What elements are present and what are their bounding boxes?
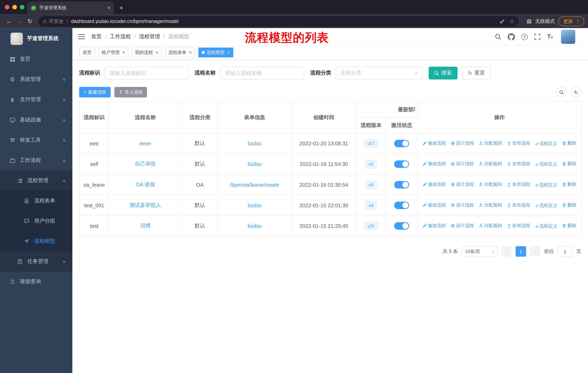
tag-my-process[interactable]: 我的流程 × — [132, 48, 162, 57]
minimize-window-button[interactable] — [12, 5, 17, 10]
search-button[interactable]: 搜索 — [429, 67, 458, 80]
sidebar-item-process-form[interactable]: 流程表单 — [0, 191, 72, 211]
breadcrumb-home[interactable]: 首页 — [91, 33, 102, 40]
publish-process-link[interactable]: 发布流程 — [507, 161, 530, 167]
tag-process-model[interactable]: 流程模型 × — [198, 48, 233, 57]
sidebar-item-payment[interactable]: ¥ 支付管理 ∨ — [0, 90, 72, 110]
reset-button[interactable]: ↻ 重置 — [462, 67, 491, 80]
fullscreen-icon[interactable] — [534, 33, 541, 40]
active-toggle[interactable] — [394, 181, 409, 189]
process-definition-link[interactable]: ∞ 流程定义 — [535, 182, 557, 188]
sidebar-item-process-management[interactable]: 流程管理 ∧ — [0, 171, 72, 191]
update-button[interactable]: 更新 ⋮ — [558, 16, 584, 26]
publish-process-link[interactable]: 发布流程 — [507, 202, 530, 208]
form-info-link[interactable]: biubiu — [248, 141, 262, 147]
process-name-link[interactable]: 滔博 — [140, 222, 151, 229]
menu-dots-icon[interactable]: ⋮ — [576, 18, 580, 24]
delete-link[interactable]: 删除 — [562, 181, 576, 188]
process-name-input[interactable] — [220, 67, 304, 80]
assign-rule-link[interactable]: 分配规则 — [479, 181, 502, 188]
hamburger-icon[interactable] — [78, 34, 85, 40]
assign-rule-link[interactable]: 分配规则 — [479, 140, 502, 146]
sidebar-logo[interactable]: 芋道管理系统 — [0, 28, 72, 49]
page-number-1[interactable]: 1 — [516, 246, 526, 257]
process-definition-link[interactable]: ∞ 流程定义 — [535, 141, 557, 147]
edit-process-link[interactable]: 修改流程 — [423, 140, 446, 146]
browser-tab[interactable]: 芋道管理系统 × — [27, 1, 114, 14]
page-size-select[interactable]: 10条/页 ∨ — [462, 246, 498, 257]
publish-process-link[interactable]: 发布流程 — [507, 222, 530, 229]
sidebar-item-leave-query[interactable]: 请假查询 — [0, 272, 72, 292]
close-icon[interactable]: × — [189, 50, 192, 55]
sidebar-item-process-model[interactable]: 流程模型 — [0, 231, 72, 251]
next-page-button[interactable]: › — [530, 246, 540, 257]
show-search-icon[interactable] — [556, 87, 567, 97]
design-process-link[interactable]: 设计流程 — [451, 161, 474, 167]
sidebar-item-task-management[interactable]: 任务管理 ∨ — [0, 252, 72, 272]
process-definition-link[interactable]: ∞ 流程定义 — [535, 223, 557, 230]
sidebar-item-workflow[interactable]: 工作流程 ∧ — [0, 150, 72, 171]
process-definition-link[interactable]: ∞ 流程定义 — [535, 202, 557, 209]
security-label[interactable]: 不安全 — [49, 18, 64, 25]
sidebar-item-home[interactable]: 首页 — [0, 49, 72, 69]
active-toggle[interactable] — [394, 140, 409, 147]
edit-process-link[interactable]: 修改流程 — [423, 222, 446, 229]
address-bar[interactable]: ⚠ 不安全 dashboard.yudao.iocoder.cn/bpm/man… — [38, 16, 519, 26]
active-toggle[interactable] — [394, 202, 409, 209]
process-name-link[interactable]: 自己审批 — [135, 161, 156, 167]
tag-home[interactable]: 首页 — [79, 48, 95, 57]
delete-link[interactable]: 删除 — [562, 140, 576, 146]
import-process-button[interactable]: ↥ 导入流程 — [115, 87, 147, 97]
new-tab-button[interactable]: + — [119, 4, 123, 12]
font-size-icon[interactable]: TT — [547, 34, 553, 40]
sidebar-item-user-group[interactable]: 用户分组 — [0, 211, 72, 231]
active-toggle[interactable] — [394, 161, 409, 168]
form-info-link[interactable]: /bpm/oa/leave/create — [230, 182, 279, 188]
zoom-window-button[interactable] — [20, 5, 24, 10]
form-info-link[interactable]: biubiu — [248, 223, 262, 229]
delete-link[interactable]: 删除 — [562, 161, 576, 167]
sidebar-item-system[interactable]: ⚙ 系统管理 ∨ — [0, 69, 72, 90]
delete-link[interactable]: 删除 — [562, 222, 576, 229]
process-name-link[interactable]: eeee — [139, 141, 151, 147]
publish-process-link[interactable]: 发布流程 — [507, 140, 530, 146]
breadcrumb-process-management[interactable]: 流程管理 — [139, 33, 160, 40]
assign-rule-link[interactable]: 分配规则 — [479, 161, 502, 167]
star-icon[interactable]: ☆ — [509, 18, 514, 25]
design-process-link[interactable]: 设计流程 — [451, 202, 474, 208]
form-info-link[interactable]: biubiu — [248, 202, 262, 208]
sidebar-item-devtools[interactable]: ⚒ 研发工具 ∨ — [0, 130, 72, 150]
active-toggle[interactable] — [394, 222, 409, 230]
assign-rule-link[interactable]: 分配规则 — [479, 222, 502, 229]
design-process-link[interactable]: 设计流程 — [451, 140, 474, 146]
tab-close-icon[interactable]: × — [107, 5, 110, 11]
github-icon[interactable] — [508, 33, 515, 40]
process-name-link[interactable]: 测试多审批人 — [130, 202, 161, 208]
tag-process-form[interactable]: 流程表单 × — [165, 48, 195, 57]
delete-link[interactable]: 删除 — [562, 202, 576, 208]
search-icon[interactable] — [495, 33, 501, 40]
design-process-link[interactable]: 设计流程 — [451, 222, 474, 229]
edit-process-link[interactable]: 修改流程 — [423, 181, 446, 188]
avatar[interactable] — [561, 30, 575, 44]
back-icon[interactable]: ← — [4, 16, 14, 26]
close-icon[interactable]: × — [156, 50, 158, 55]
edit-process-link[interactable]: 修改流程 — [423, 202, 446, 208]
reload-icon[interactable]: ↻ — [25, 16, 35, 26]
goto-page-input[interactable] — [557, 246, 573, 257]
edit-process-link[interactable]: 修改流程 — [423, 161, 446, 167]
form-info-link[interactable]: biubiu — [248, 161, 262, 167]
prev-page-button[interactable]: ‹ — [501, 246, 512, 257]
refresh-icon[interactable]: ↻ — [571, 87, 581, 97]
forward-icon[interactable]: → — [14, 16, 25, 26]
breadcrumb-workflow[interactable]: 工作流程 — [110, 33, 131, 40]
close-icon[interactable]: × — [122, 50, 125, 55]
url-text[interactable]: dashboard.yudao.iocoder.cn/bpm/manager/m… — [71, 18, 178, 24]
publish-process-link[interactable]: 发布流程 — [507, 181, 530, 188]
process-name-link[interactable]: OA 请假 — [136, 181, 155, 187]
tag-tenant-management[interactable]: 租户管理 × — [98, 48, 128, 57]
question-icon[interactable]: ? — [521, 33, 528, 40]
design-process-link[interactable]: 设计流程 — [451, 181, 474, 188]
assign-rule-link[interactable]: 分配规则 — [479, 202, 502, 208]
process-key-input[interactable] — [105, 67, 189, 80]
